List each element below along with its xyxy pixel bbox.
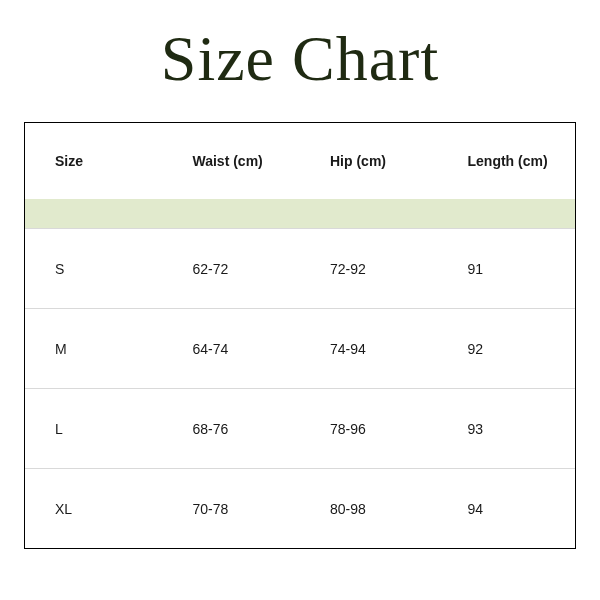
cell-size: S — [25, 261, 163, 277]
cell-size: M — [25, 341, 163, 357]
col-header-size: Size — [25, 153, 163, 169]
accent-divider — [25, 199, 575, 229]
col-header-hip: Hip (cm) — [300, 153, 438, 169]
cell-hip: 72-92 — [300, 261, 438, 277]
table-row: L 68-76 78-96 93 — [25, 389, 575, 469]
table-row: S 62-72 72-92 91 — [25, 229, 575, 309]
col-header-length: Length (cm) — [438, 153, 576, 169]
cell-waist: 64-74 — [163, 341, 301, 357]
col-header-waist: Waist (cm) — [163, 153, 301, 169]
cell-length: 94 — [438, 501, 576, 517]
cell-hip: 74-94 — [300, 341, 438, 357]
cell-length: 93 — [438, 421, 576, 437]
cell-hip: 78-96 — [300, 421, 438, 437]
page-title: Size Chart — [161, 22, 439, 96]
cell-size: L — [25, 421, 163, 437]
cell-waist: 70-78 — [163, 501, 301, 517]
table-row: M 64-74 74-94 92 — [25, 309, 575, 389]
cell-hip: 80-98 — [300, 501, 438, 517]
table-header-row: Size Waist (cm) Hip (cm) Length (cm) — [25, 123, 575, 199]
table-row: XL 70-78 80-98 94 — [25, 469, 575, 549]
cell-size: XL — [25, 501, 163, 517]
size-chart-table: Size Waist (cm) Hip (cm) Length (cm) S 6… — [24, 122, 576, 549]
cell-length: 92 — [438, 341, 576, 357]
cell-length: 91 — [438, 261, 576, 277]
cell-waist: 62-72 — [163, 261, 301, 277]
cell-waist: 68-76 — [163, 421, 301, 437]
